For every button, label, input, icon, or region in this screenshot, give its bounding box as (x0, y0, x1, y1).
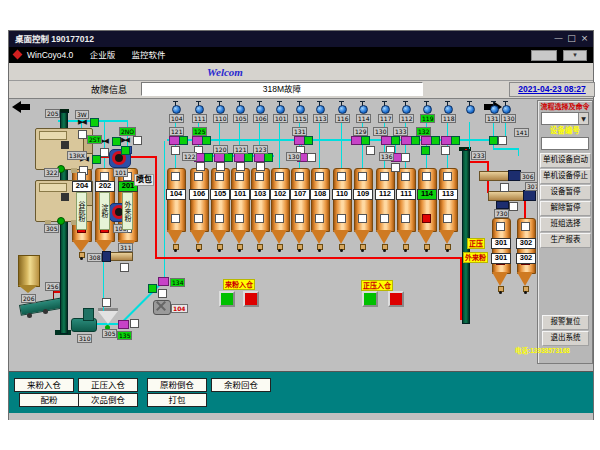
valve[interactable] (158, 277, 169, 286)
valve-indicator[interactable] (441, 146, 450, 155)
command-button-4[interactable]: 解除暂停 (540, 201, 591, 216)
exit-system-button[interactable]: 退出系统 (542, 331, 589, 346)
valve-indicator[interactable] (78, 130, 87, 139)
stop-pushbutton[interactable] (243, 291, 259, 307)
valve-status[interactable] (148, 284, 157, 293)
nav-button-r2-2[interactable]: 次品倒仓 (78, 393, 138, 407)
silo-bottom-indicator[interactable] (194, 214, 203, 223)
valve-indicator[interactable] (216, 162, 225, 171)
device-number-input[interactable] (541, 137, 589, 150)
valve-indicator[interactable] (158, 289, 167, 298)
valve-status[interactable] (411, 136, 420, 145)
silo-bottom-indicator[interactable] (401, 214, 410, 223)
silo-top-indicator[interactable] (295, 172, 304, 181)
silo-top-indicator[interactable] (255, 172, 264, 181)
silo-top-indicator[interactable] (315, 172, 324, 181)
command-button-1[interactable]: 单机设备启动 (540, 153, 591, 168)
valve-indicator[interactable] (130, 319, 139, 328)
valve-status[interactable] (90, 118, 99, 127)
menu-item-monitor[interactable]: 监控软件 (132, 47, 166, 63)
valve-indicator[interactable] (133, 136, 142, 145)
valve-indicator[interactable] (307, 153, 316, 162)
silo-bottom-indicator[interactable] (235, 214, 244, 223)
valve-status[interactable] (451, 136, 460, 145)
silo-bottom-indicator[interactable] (422, 214, 431, 223)
nav-button-r1-4[interactable]: 余粉回仓 (211, 378, 271, 392)
valve-status[interactable] (121, 146, 130, 155)
silo-top-indicator[interactable] (215, 172, 224, 181)
valve-status[interactable] (112, 137, 121, 146)
menu-item-edition[interactable]: 企业版 (90, 47, 116, 63)
valve-status[interactable] (361, 136, 370, 145)
silo-bottom-indicator[interactable] (215, 214, 224, 223)
silo-top-indicator[interactable] (275, 172, 284, 181)
close-button[interactable]: × (578, 31, 591, 47)
valve-status[interactable] (202, 136, 211, 145)
valve-status[interactable] (264, 153, 273, 162)
menu-item-wincoyo[interactable]: WinCoyo4.0 (27, 47, 73, 63)
command-button-6[interactable]: 生产报表 (540, 233, 591, 248)
silo-top-indicator[interactable] (422, 172, 431, 181)
alarm-reset-button[interactable]: 报警复位 (542, 315, 589, 330)
valve-indicator[interactable] (171, 146, 180, 155)
valve-indicator[interactable] (401, 153, 410, 162)
silo-bottom-indicator[interactable] (315, 214, 324, 223)
minimize-button[interactable]: — (552, 31, 565, 47)
silo-bottom-indicator[interactable] (337, 214, 346, 223)
command-button-3[interactable]: 设备暂停 (540, 185, 591, 200)
valve-status[interactable] (224, 153, 233, 162)
start-pushbutton[interactable] (219, 291, 235, 307)
silo-top-indicator[interactable] (496, 222, 505, 231)
valve-indicator[interactable] (256, 162, 265, 171)
valve-indicator[interactable] (366, 146, 375, 155)
silo-bottom-indicator[interactable] (380, 214, 389, 223)
silo-top-indicator[interactable] (521, 222, 530, 231)
nav-button-r2-3[interactable]: 打包 (147, 393, 207, 407)
silo-top-indicator[interactable] (380, 172, 389, 181)
nav-button-r1-3[interactable]: 原粉倒仓 (147, 378, 207, 392)
valve-indicator[interactable] (196, 162, 205, 171)
menu-dropdown[interactable]: ▾ (563, 50, 587, 61)
back-arrow-button[interactable] (11, 101, 31, 114)
silo-bottom-indicator[interactable] (295, 214, 304, 223)
nav-button-r1-2[interactable]: 正压入仓 (78, 378, 138, 392)
valve-indicator[interactable] (500, 183, 509, 192)
chevron-down-icon[interactable]: ▼ (578, 113, 588, 124)
valve-indicator[interactable] (421, 146, 430, 155)
diverter-valve-icon[interactable]: ▶◀ (121, 136, 128, 144)
valve-indicator[interactable] (102, 298, 111, 307)
rotary-valve[interactable] (496, 201, 509, 209)
silo-bottom-indicator[interactable] (171, 214, 180, 223)
valve-status[interactable] (244, 153, 253, 162)
valve-status[interactable] (204, 153, 213, 162)
menu-toolbox[interactable] (531, 50, 557, 61)
valve[interactable] (118, 320, 129, 329)
valve-status[interactable] (431, 136, 440, 145)
valve-status[interactable] (179, 136, 188, 145)
silo-top-indicator[interactable] (401, 172, 410, 181)
silo-bottom-indicator[interactable] (275, 214, 284, 223)
maximize-button[interactable]: □ (565, 31, 578, 47)
command-button-5[interactable]: 班组选择 (540, 217, 591, 232)
silo-bottom-indicator[interactable] (255, 214, 264, 223)
silo-bottom-indicator[interactable] (443, 214, 452, 223)
silo-top-indicator[interactable] (337, 172, 346, 181)
valve-indicator[interactable] (236, 162, 245, 171)
valve-status[interactable] (92, 155, 101, 164)
silo-top-indicator[interactable] (77, 172, 86, 181)
valve-status[interactable] (391, 136, 400, 145)
silo-bottom-indicator[interactable] (358, 214, 367, 223)
valve-status[interactable] (489, 136, 498, 145)
valve-indicator[interactable] (100, 148, 109, 157)
diverter-valve-icon[interactable]: ▶◀ (78, 118, 85, 126)
valve-indicator[interactable] (498, 136, 507, 145)
start-pushbutton[interactable] (362, 291, 378, 307)
flow-select[interactable]: ▼ (541, 112, 589, 125)
nav-button-r2-1[interactable]: 配粉 (19, 393, 79, 407)
valve-indicator[interactable] (391, 163, 400, 172)
valve-indicator[interactable] (509, 202, 518, 211)
valve-indicator[interactable] (120, 263, 129, 272)
silo-top-indicator[interactable] (194, 172, 203, 181)
silo-top-indicator[interactable] (171, 172, 180, 181)
silo-top-indicator[interactable] (358, 172, 367, 181)
